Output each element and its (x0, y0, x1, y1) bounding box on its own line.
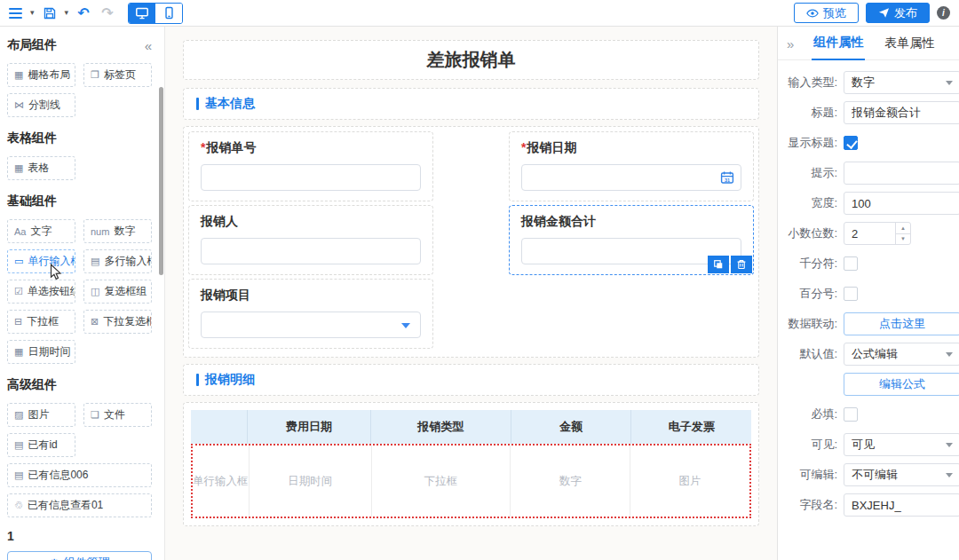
publish-button[interactable]: 发布 (866, 3, 930, 23)
width-input[interactable] (844, 193, 959, 214)
sidebar-item-dropdown[interactable]: ⊟ 下拉框 (7, 310, 75, 334)
thousand-separator-checkbox[interactable] (844, 256, 858, 271)
sidebar-item-divider[interactable]: ⋈ 分割线 (7, 93, 75, 117)
sidebar-scrollbar[interactable] (159, 87, 163, 275)
field-expense-project[interactable]: 报销项目 (188, 279, 433, 349)
editable-select[interactable]: 不可编辑 (844, 463, 959, 486)
cell-dropdown[interactable]: 下拉框 (371, 446, 511, 517)
section-header-detail[interactable]: 报销明细 (183, 364, 759, 396)
sidebar-item-datetime[interactable]: ▦ 日期时间 (7, 340, 75, 364)
edit-formula-button[interactable]: 编辑公式 (844, 373, 959, 396)
copy-widget-button[interactable] (708, 256, 729, 273)
field-name-input-wrap (844, 493, 959, 517)
redo-icon[interactable]: ↷ (99, 4, 116, 22)
sidebar-item-existing-id[interactable]: ▤ 已有id (7, 433, 75, 457)
component-sidebar: 布局组件 « ▦ 栅格布局 ❐ 标签页 ⋈ 分割线 表格组件 (0, 27, 165, 560)
percent-sign-checkbox[interactable] (844, 287, 858, 301)
sidebar-item-number[interactable]: num 数字 (83, 219, 152, 243)
hint-input[interactable] (844, 162, 959, 184)
reimburser-input[interactable] (201, 238, 421, 264)
basic-info-grid: *报销单号 报销人 报销项目 (183, 126, 759, 358)
row-default-value: 默认值: 公式编辑 (781, 343, 959, 366)
chevron-down-icon (946, 473, 953, 477)
select-arrow-icon (401, 323, 410, 328)
detail-table-widget[interactable]: 费用日期 报销类型 金额 电子发票 单行输入框 日期时间 下拉框 数字 图片 (183, 402, 759, 526)
calendar-icon[interactable]: 31 (720, 170, 734, 188)
row-data-linkage: 数据联动: 点击这里 (781, 312, 959, 335)
data-linkage-button[interactable]: 点击这里 (844, 312, 959, 335)
field-name-input[interactable] (844, 494, 959, 516)
divider-icon: ⋈ (14, 99, 24, 111)
cell-datetime[interactable]: 日期时间 (249, 446, 371, 517)
collapse-sidebar-icon[interactable]: « (145, 38, 152, 53)
sidebar-item-multi-dropdown[interactable]: ⊠ 下拉复选框 (83, 310, 152, 334)
form-title: 差旅报销单 (427, 48, 516, 72)
main-menu-icon[interactable] (7, 6, 24, 20)
field-bill-number[interactable]: *报销单号 (188, 131, 433, 201)
undo-icon[interactable]: ↶ (75, 4, 92, 22)
expand-panel-icon[interactable]: » (787, 36, 794, 59)
sidebar-item-existing-info-view-01[interactable]: ♲ 已有信息查看01 (7, 493, 152, 517)
tab-component-properties[interactable]: 组件属性 (812, 35, 865, 60)
preview-button[interactable]: 预览 (794, 3, 859, 23)
form-title-widget[interactable]: 差旅报销单 (183, 40, 759, 80)
widget-action-buttons (708, 256, 752, 273)
required-star: * (201, 140, 205, 154)
mobile-view-button[interactable] (155, 4, 182, 23)
save-caret-icon[interactable]: ▾ (65, 9, 69, 17)
sidebar-item-existing-info-006[interactable]: ▤ 已有信息006 (7, 463, 152, 487)
sidebar-item-grid-layout[interactable]: ▦ 栅格布局 (7, 63, 75, 87)
show-title-checkbox[interactable] (844, 136, 858, 150)
tab-form-properties[interactable]: 表单属性 (883, 35, 936, 59)
grid-layout-icon: ▦ (14, 69, 23, 81)
save-icon[interactable] (41, 4, 59, 22)
sidebar-item-image[interactable]: ▨ 图片 (7, 403, 75, 427)
sidebar-item-text[interactable]: Aa 文字 (7, 219, 75, 243)
sidebar-item-file[interactable]: ❏ 文件 (83, 403, 152, 427)
stepper-up-icon[interactable]: ▲ (896, 223, 910, 234)
component-manage-button[interactable]: ⚙ 组件管理 (7, 551, 152, 560)
send-icon (878, 7, 890, 19)
required-star: * (521, 140, 526, 154)
default-value-select[interactable]: 公式编辑 (844, 343, 959, 366)
row-percent-sign: 百分号: (781, 282, 959, 305)
header-cell-amount: 金额 (511, 410, 631, 444)
cell-single-line-input[interactable]: 单行输入框 (193, 446, 249, 517)
sidebar-item-multi-line-input[interactable]: ▤ 多行输入框 (83, 249, 152, 273)
field-reimburse-date[interactable]: *报销日期 31 (509, 131, 754, 201)
cell-number[interactable]: 数字 (510, 446, 630, 517)
number-icon: num (91, 226, 109, 237)
cell-image[interactable]: 图片 (630, 446, 749, 517)
required-checkbox[interactable] (844, 407, 858, 422)
row-title: 标题: (781, 101, 959, 124)
info-icon[interactable]: i (937, 6, 950, 20)
row-hint: 提示: (781, 162, 959, 185)
stepper-down-icon[interactable]: ▼ (896, 234, 910, 245)
sidebar-item-table[interactable]: ▦ 表格 (7, 156, 75, 180)
text-icon: Aa (14, 226, 26, 237)
visible-select[interactable]: 可见 (844, 433, 959, 456)
sidebar-item-single-line-input[interactable]: ▭ 单行输入框 (7, 249, 75, 273)
detail-table-header: 费用日期 报销类型 金额 电子发票 (191, 410, 751, 444)
field-total-amount-selected[interactable]: 报销金额合计 (509, 205, 754, 275)
field-reimburser[interactable]: 报销人 (188, 205, 433, 275)
detail-table-placeholder-row[interactable]: 单行输入框 日期时间 下拉框 数字 图片 (191, 444, 751, 518)
decimal-places-stepper[interactable]: 2 ▲ ▼ (844, 222, 911, 245)
table-icon: ▦ (14, 162, 23, 174)
desktop-view-button[interactable] (129, 4, 155, 23)
section-bar (196, 98, 199, 110)
row-field-name: 字段名: (781, 493, 959, 517)
sidebar-item-checkbox-group[interactable]: ◫ 复选框组 (83, 280, 152, 304)
section-header-basic-info[interactable]: 基本信息 (183, 88, 759, 120)
menu-caret-icon[interactable]: ▾ (30, 9, 35, 17)
sidebar-item-radio-group[interactable]: ☑ 单选按钮组 (7, 280, 75, 304)
expense-project-select[interactable] (201, 312, 421, 338)
title-input[interactable] (844, 102, 959, 123)
header-cell-invoice: 电子发票 (630, 410, 751, 444)
sidebar-item-tab-page[interactable]: ❐ 标签页 (83, 63, 152, 87)
delete-widget-button[interactable] (731, 256, 752, 273)
input-type-select[interactable]: 数字 (844, 71, 959, 94)
bill-number-input[interactable] (201, 164, 421, 191)
reimburse-date-input[interactable]: 31 (521, 164, 741, 191)
section-advanced-components: 高级组件 (7, 377, 152, 393)
